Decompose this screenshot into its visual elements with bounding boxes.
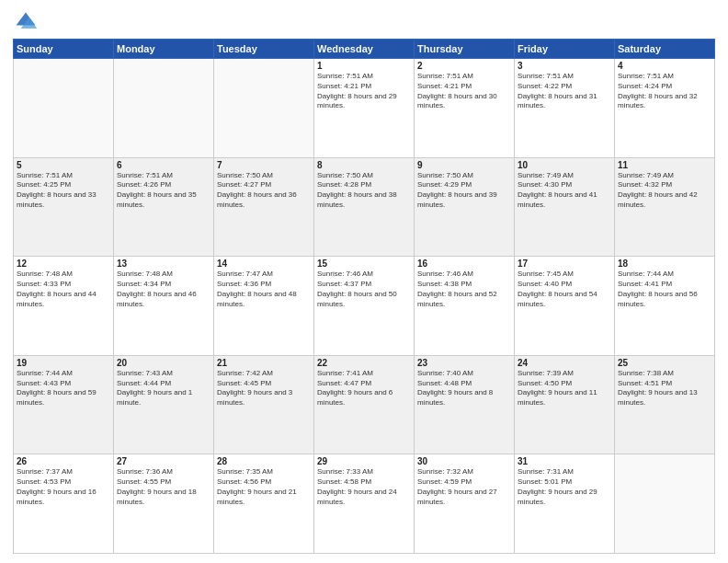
day-number: 6	[117, 160, 210, 170]
calendar-cell: 15Sunrise: 7:46 AM Sunset: 4:37 PM Dayli…	[314, 257, 415, 356]
day-info: Sunrise: 7:51 AM Sunset: 4:22 PM Dayligh…	[518, 72, 611, 111]
weekday-header-wednesday: Wednesday	[314, 40, 415, 59]
day-info: Sunrise: 7:50 AM Sunset: 4:29 PM Dayligh…	[417, 171, 511, 211]
weekday-header-thursday: Thursday	[415, 40, 515, 59]
day-info: Sunrise: 7:31 AM Sunset: 5:01 PM Dayligh…	[518, 467, 611, 507]
calendar-cell: 22Sunrise: 7:41 AM Sunset: 4:47 PM Dayli…	[314, 355, 415, 454]
day-number: 19	[17, 358, 110, 368]
day-number: 28	[217, 456, 311, 466]
calendar-cell	[114, 59, 214, 158]
day-info: Sunrise: 7:51 AM Sunset: 4:25 PM Dayligh…	[17, 171, 110, 211]
day-number: 13	[117, 259, 210, 269]
day-info: Sunrise: 7:42 AM Sunset: 4:45 PM Dayligh…	[217, 369, 311, 408]
day-number: 26	[17, 456, 110, 466]
day-info: Sunrise: 7:51 AM Sunset: 4:21 PM Dayligh…	[417, 72, 511, 111]
day-number: 12	[17, 259, 110, 269]
calendar: SundayMondayTuesdayWednesdayThursdayFrid…	[13, 39, 715, 554]
day-number: 20	[117, 358, 210, 368]
calendar-cell: 23Sunrise: 7:40 AM Sunset: 4:48 PM Dayli…	[415, 355, 515, 454]
day-number: 3	[518, 61, 611, 71]
calendar-cell: 25Sunrise: 7:38 AM Sunset: 4:51 PM Dayli…	[615, 355, 715, 454]
day-info: Sunrise: 7:49 AM Sunset: 4:32 PM Dayligh…	[618, 171, 711, 211]
day-number: 14	[217, 259, 311, 269]
week-row-5: 26Sunrise: 7:37 AM Sunset: 4:53 PM Dayli…	[14, 454, 715, 554]
day-info: Sunrise: 7:50 AM Sunset: 4:27 PM Dayligh…	[217, 171, 311, 211]
calendar-cell: 1Sunrise: 7:51 AM Sunset: 4:21 PM Daylig…	[314, 59, 415, 158]
day-info: Sunrise: 7:37 AM Sunset: 4:53 PM Dayligh…	[17, 467, 110, 507]
day-number: 7	[217, 160, 311, 170]
day-number: 18	[618, 259, 711, 269]
day-number: 5	[17, 160, 110, 170]
day-number: 15	[317, 259, 411, 269]
day-number: 1	[317, 61, 411, 71]
day-number: 30	[417, 456, 511, 466]
calendar-cell: 30Sunrise: 7:32 AM Sunset: 4:59 PM Dayli…	[415, 454, 515, 554]
calendar-cell: 14Sunrise: 7:47 AM Sunset: 4:36 PM Dayli…	[214, 257, 314, 356]
calendar-cell: 17Sunrise: 7:45 AM Sunset: 4:40 PM Dayli…	[515, 257, 615, 356]
calendar-cell: 20Sunrise: 7:43 AM Sunset: 4:44 PM Dayli…	[114, 355, 214, 454]
calendar-cell: 16Sunrise: 7:46 AM Sunset: 4:38 PM Dayli…	[415, 257, 515, 356]
day-info: Sunrise: 7:45 AM Sunset: 4:40 PM Dayligh…	[518, 270, 611, 309]
weekday-header-tuesday: Tuesday	[214, 40, 314, 59]
day-info: Sunrise: 7:51 AM Sunset: 4:24 PM Dayligh…	[618, 72, 711, 111]
day-number: 9	[417, 160, 511, 170]
logo-icon	[13, 9, 39, 35]
calendar-cell: 4Sunrise: 7:51 AM Sunset: 4:24 PM Daylig…	[615, 59, 715, 158]
calendar-cell: 19Sunrise: 7:44 AM Sunset: 4:43 PM Dayli…	[14, 355, 114, 454]
calendar-cell: 24Sunrise: 7:39 AM Sunset: 4:50 PM Dayli…	[515, 355, 615, 454]
day-info: Sunrise: 7:50 AM Sunset: 4:28 PM Dayligh…	[317, 171, 411, 211]
calendar-cell: 28Sunrise: 7:35 AM Sunset: 4:56 PM Dayli…	[214, 454, 314, 554]
weekday-header-friday: Friday	[515, 40, 615, 59]
calendar-cell	[615, 454, 715, 554]
calendar-cell: 7Sunrise: 7:50 AM Sunset: 4:27 PM Daylig…	[214, 157, 314, 257]
day-info: Sunrise: 7:44 AM Sunset: 4:43 PM Dayligh…	[17, 369, 110, 408]
weekday-header-sunday: Sunday	[14, 40, 114, 59]
calendar-cell: 9Sunrise: 7:50 AM Sunset: 4:29 PM Daylig…	[415, 157, 515, 257]
day-info: Sunrise: 7:44 AM Sunset: 4:41 PM Dayligh…	[618, 270, 711, 309]
header	[13, 9, 715, 35]
day-number: 8	[317, 160, 411, 170]
day-number: 16	[417, 259, 511, 269]
calendar-cell: 13Sunrise: 7:48 AM Sunset: 4:34 PM Dayli…	[114, 257, 214, 356]
day-info: Sunrise: 7:39 AM Sunset: 4:50 PM Dayligh…	[518, 369, 611, 408]
day-number: 22	[317, 358, 411, 368]
day-info: Sunrise: 7:51 AM Sunset: 4:21 PM Dayligh…	[317, 72, 411, 111]
calendar-cell: 6Sunrise: 7:51 AM Sunset: 4:26 PM Daylig…	[114, 157, 214, 257]
week-row-4: 19Sunrise: 7:44 AM Sunset: 4:43 PM Dayli…	[14, 355, 715, 454]
calendar-cell	[14, 59, 114, 158]
day-info: Sunrise: 7:41 AM Sunset: 4:47 PM Dayligh…	[317, 369, 411, 408]
day-info: Sunrise: 7:46 AM Sunset: 4:37 PM Dayligh…	[317, 270, 411, 309]
day-number: 2	[417, 61, 511, 71]
day-number: 29	[317, 456, 411, 466]
calendar-cell: 18Sunrise: 7:44 AM Sunset: 4:41 PM Dayli…	[615, 257, 715, 356]
day-info: Sunrise: 7:40 AM Sunset: 4:48 PM Dayligh…	[417, 369, 511, 408]
day-info: Sunrise: 7:38 AM Sunset: 4:51 PM Dayligh…	[618, 369, 711, 408]
calendar-cell	[214, 59, 314, 158]
weekday-header-monday: Monday	[114, 40, 214, 59]
logo	[13, 9, 42, 35]
week-row-3: 12Sunrise: 7:48 AM Sunset: 4:33 PM Dayli…	[14, 257, 715, 356]
calendar-cell: 10Sunrise: 7:49 AM Sunset: 4:30 PM Dayli…	[515, 157, 615, 257]
weekday-header-row: SundayMondayTuesdayWednesdayThursdayFrid…	[14, 40, 715, 59]
week-row-2: 5Sunrise: 7:51 AM Sunset: 4:25 PM Daylig…	[14, 157, 715, 257]
page: SundayMondayTuesdayWednesdayThursdayFrid…	[0, 0, 728, 563]
day-info: Sunrise: 7:51 AM Sunset: 4:26 PM Dayligh…	[117, 171, 210, 211]
day-number: 24	[518, 358, 611, 368]
day-number: 27	[117, 456, 210, 466]
calendar-cell: 5Sunrise: 7:51 AM Sunset: 4:25 PM Daylig…	[14, 157, 114, 257]
day-number: 4	[618, 61, 711, 71]
day-number: 23	[417, 358, 511, 368]
calendar-cell: 3Sunrise: 7:51 AM Sunset: 4:22 PM Daylig…	[515, 59, 615, 158]
day-info: Sunrise: 7:43 AM Sunset: 4:44 PM Dayligh…	[117, 369, 210, 408]
calendar-cell: 2Sunrise: 7:51 AM Sunset: 4:21 PM Daylig…	[415, 59, 515, 158]
calendar-cell: 27Sunrise: 7:36 AM Sunset: 4:55 PM Dayli…	[114, 454, 214, 554]
day-info: Sunrise: 7:46 AM Sunset: 4:38 PM Dayligh…	[417, 270, 511, 309]
day-info: Sunrise: 7:47 AM Sunset: 4:36 PM Dayligh…	[217, 270, 311, 309]
day-info: Sunrise: 7:33 AM Sunset: 4:58 PM Dayligh…	[317, 467, 411, 507]
day-number: 31	[518, 456, 611, 466]
calendar-cell: 26Sunrise: 7:37 AM Sunset: 4:53 PM Dayli…	[14, 454, 114, 554]
calendar-cell: 12Sunrise: 7:48 AM Sunset: 4:33 PM Dayli…	[14, 257, 114, 356]
calendar-cell: 21Sunrise: 7:42 AM Sunset: 4:45 PM Dayli…	[214, 355, 314, 454]
calendar-cell: 8Sunrise: 7:50 AM Sunset: 4:28 PM Daylig…	[314, 157, 415, 257]
day-number: 21	[217, 358, 311, 368]
